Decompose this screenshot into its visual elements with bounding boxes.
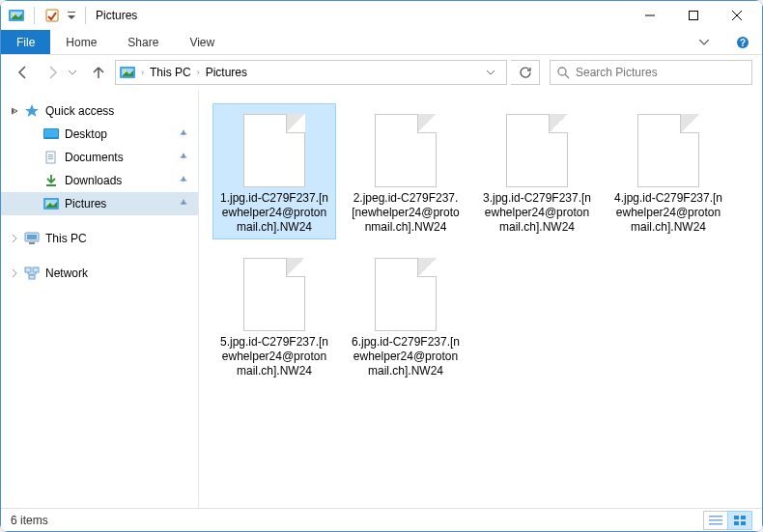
expand-icon[interactable] (11, 269, 18, 277)
star-icon (24, 103, 40, 119)
properties-icon[interactable] (43, 9, 61, 22)
file-icon (634, 108, 703, 187)
sidebar-label: This PC (45, 232, 87, 245)
pictures-icon (43, 196, 59, 211)
svg-point-2 (13, 14, 15, 16)
body: Quick access Desktop Doc (1, 90, 762, 508)
refresh-button[interactable] (511, 60, 540, 85)
icons-view-button[interactable] (727, 511, 752, 530)
pin-icon (179, 129, 188, 139)
address-bar[interactable]: › This PC › Pictures (115, 60, 507, 85)
up-button[interactable] (86, 60, 111, 85)
documents-icon (43, 150, 59, 165)
file-name: 1.jpg.id-C279F237.[newhelper24@protonmai… (217, 191, 331, 235)
svg-rect-28 (29, 275, 35, 279)
file-item[interactable]: 2.jpeg.id-C279F237.[newhelper24@protonma… (344, 103, 467, 239)
close-button[interactable] (715, 1, 758, 30)
sidebar-item-documents[interactable]: Documents (1, 146, 198, 169)
svg-rect-32 (734, 516, 739, 519)
breadcrumb-pictures[interactable]: Pictures (202, 66, 251, 79)
search-box[interactable] (550, 60, 752, 85)
navbar: › This PC › Pictures (1, 55, 762, 90)
svg-rect-26 (25, 267, 31, 272)
file-name: 5.jpg.id-C279F237.[newhelper24@protonmai… (217, 335, 331, 378)
pin-icon (179, 153, 188, 162)
tab-view[interactable]: View (174, 30, 230, 54)
file-item[interactable]: 4.jpg.id-C279F237.[newhelper24@protonmai… (607, 103, 730, 239)
sidebar-item-downloads[interactable]: Downloads (1, 169, 198, 192)
sidebar-quick-access[interactable]: Quick access (1, 99, 198, 123)
file-name: 2.jpeg.id-C279F237.[newhelper24@protonma… (349, 191, 463, 235)
pictures-folder-icon (120, 67, 135, 78)
explorer-window: Pictures File Home Share View ? (0, 0, 763, 532)
expand-icon[interactable] (11, 235, 18, 242)
file-tab[interactable]: File (1, 30, 50, 54)
svg-rect-31 (709, 523, 722, 525)
search-icon (556, 66, 570, 79)
window-title: Pictures (96, 9, 137, 22)
search-input[interactable] (576, 66, 746, 79)
breadcrumb-sep-icon[interactable]: › (195, 68, 202, 77)
breadcrumb-this-pc[interactable]: This PC (146, 66, 195, 79)
recent-dropdown-icon[interactable] (69, 70, 76, 75)
ribbon-expand-icon[interactable] (685, 30, 723, 54)
desktop-icon (43, 126, 59, 142)
tab-share[interactable]: Share (112, 30, 174, 54)
qat-dropdown-icon[interactable] (67, 9, 76, 22)
svg-rect-29 (709, 516, 722, 518)
collapse-icon[interactable] (11, 107, 18, 115)
file-icon (371, 108, 440, 187)
file-item[interactable]: 3.jpg.id-C279F237.[newhelper24@protonmai… (475, 103, 599, 239)
file-item[interactable]: 5.jpg.id-C279F237.[newhelper24@protonmai… (212, 247, 336, 383)
file-name: 6.jpg.id-C279F237.[newhelper24@protonmai… (349, 335, 463, 378)
svg-point-11 (124, 70, 126, 72)
sidebar-label: Network (45, 266, 88, 280)
details-view-button[interactable] (703, 511, 728, 530)
file-icon (371, 252, 440, 331)
status-bar: 6 items (1, 508, 762, 531)
back-button[interactable] (11, 60, 36, 85)
svg-rect-5 (645, 15, 655, 16)
svg-rect-34 (734, 521, 739, 525)
forward-button[interactable] (40, 60, 65, 85)
svg-text:?: ? (740, 37, 746, 47)
minimize-button[interactable] (628, 1, 671, 30)
file-item[interactable]: 6.jpg.id-C279F237.[newhelper24@protonmai… (344, 247, 467, 383)
sidebar-label: Quick access (45, 104, 114, 118)
network-icon (24, 266, 40, 281)
help-icon[interactable]: ? (723, 30, 762, 54)
file-item[interactable]: 1.jpg.id-C279F237.[newhelper24@protonmai… (212, 103, 336, 239)
file-icon (502, 108, 572, 187)
quick-access-toolbar (28, 7, 92, 24)
svg-rect-17 (48, 156, 53, 157)
sidebar-item-desktop[interactable]: Desktop (1, 123, 198, 146)
svg-rect-19 (46, 184, 56, 186)
app-icon (8, 9, 25, 22)
sidebar-item-label: Desktop (65, 127, 107, 141)
svg-point-12 (558, 68, 566, 75)
address-dropdown-icon[interactable] (479, 61, 502, 84)
svg-rect-18 (48, 158, 53, 159)
tab-home[interactable]: Home (50, 30, 112, 54)
this-pc-icon (24, 231, 40, 246)
sidebar-this-pc[interactable]: This PC (1, 227, 198, 250)
maximize-button[interactable] (671, 1, 715, 30)
svg-rect-4 (68, 12, 75, 13)
titlebar: Pictures (1, 1, 762, 30)
svg-rect-33 (741, 516, 746, 519)
file-icon (240, 252, 309, 331)
svg-rect-35 (741, 521, 746, 525)
sidebar-item-label: Downloads (65, 174, 122, 187)
svg-point-22 (47, 202, 49, 204)
ribbon: File Home Share View ? (1, 30, 762, 55)
svg-rect-27 (33, 267, 39, 272)
svg-rect-30 (709, 519, 722, 521)
files-pane[interactable]: 1.jpg.id-C279F237.[newhelper24@protonmai… (199, 90, 762, 508)
sidebar-item-pictures[interactable]: Pictures (1, 192, 198, 215)
breadcrumb-sep-icon[interactable]: › (139, 68, 146, 77)
pin-icon (179, 199, 188, 209)
sidebar-network[interactable]: Network (1, 262, 198, 285)
file-name: 3.jpg.id-C279F237.[newhelper24@protonmai… (480, 191, 594, 235)
sidebar-item-label: Documents (65, 151, 124, 164)
svg-rect-16 (48, 154, 53, 155)
